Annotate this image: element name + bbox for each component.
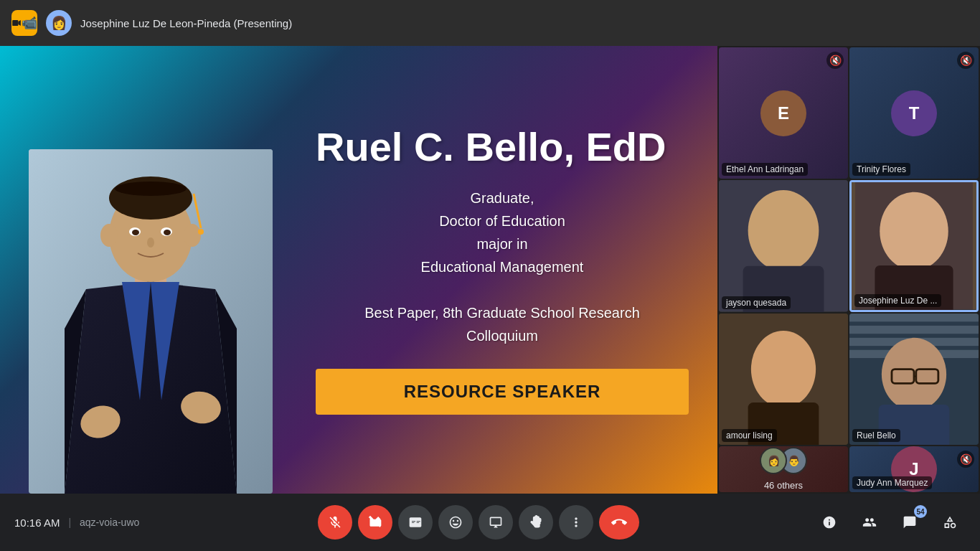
participant-tile[interactable]: 🔇 jayson quesada <box>719 180 848 311</box>
bottom-bar: 10:16 AM | aqz-voia-uwo <box>0 494 980 551</box>
others-avatars: 👩 👨 <box>760 447 807 474</box>
main-presentation-area: Ruel C. Bello, EdD Graduate, Doctor of E… <box>0 46 717 494</box>
svg-point-8 <box>132 230 139 235</box>
presenter-avatar: 👩 <box>46 10 72 36</box>
avatar: T <box>891 90 937 136</box>
slide-speaker-name: Ruel C. Bello, EdD <box>316 125 689 169</box>
slide-photo <box>0 46 287 494</box>
speaker-photo <box>29 149 273 494</box>
activities-button[interactable] <box>934 507 966 538</box>
svg-point-12 <box>184 224 201 247</box>
slide-content: Ruel C. Bello, EdD Graduate, Doctor of E… <box>287 46 717 494</box>
mute-mic-button[interactable] <box>318 505 352 540</box>
mute-icon: 🔇 <box>826 52 844 69</box>
slide-description: Graduate, Doctor of Education major in E… <box>316 187 689 347</box>
mute-icon: 🔇 <box>957 451 974 468</box>
svg-rect-31 <box>849 314 979 321</box>
participants-panel: 🔇 E Ethel Ann Ladringan 🔇 T Trinity Flor… <box>717 46 980 494</box>
participant-tile[interactable]: 🔇 T Trinity Flores <box>849 47 979 179</box>
end-call-button[interactable] <box>599 505 639 540</box>
svg-rect-26 <box>973 182 976 309</box>
participant-tile[interactable]: 🔇 Ruel Bello <box>849 314 979 445</box>
separator: | <box>68 517 71 528</box>
time-display: 10:16 AM <box>14 517 60 529</box>
more-options-button[interactable] <box>559 505 593 540</box>
top-bar: 📹 👩 Josephine Luz De Leon-Pineda (Presen… <box>0 0 980 46</box>
participant-video <box>852 182 976 309</box>
svg-point-18 <box>198 229 204 235</box>
others-tile[interactable]: 👩 👨 46 others <box>719 446 848 492</box>
participant-name: Judy Ann Marquez <box>852 476 932 489</box>
mini-avatar: 👩 <box>760 447 787 474</box>
participant-name: Trinity Flores <box>852 163 910 176</box>
mute-icon: 🔇 <box>957 52 974 69</box>
participant-tile[interactable]: 🔇 E Ethel Ann Ladringan <box>719 47 848 179</box>
chat-button[interactable]: 54 <box>894 507 925 538</box>
others-count: 46 others <box>764 480 803 491</box>
chat-badge: 54 <box>914 505 927 518</box>
participant-tile[interactable]: 🔇 J Judy Ann Marquez <box>849 446 979 492</box>
participant-name: amour lising <box>722 429 777 442</box>
people-button[interactable] <box>854 507 885 538</box>
participant-name: jayson quesada <box>722 296 791 309</box>
participant-video <box>849 314 979 445</box>
participant-name: Ruel Bello <box>852 429 900 442</box>
right-controls: 54 <box>814 507 966 538</box>
svg-point-9 <box>164 230 171 235</box>
svg-point-23 <box>880 192 948 270</box>
participant-name: Josephine Luz De ... <box>854 294 941 307</box>
svg-rect-25 <box>852 182 855 309</box>
slide-badge: RESOURCE SPEAKER <box>316 369 689 415</box>
svg-rect-32 <box>849 326 979 334</box>
emoji-button[interactable] <box>438 505 473 540</box>
controls-bar <box>143 505 814 540</box>
presenter-name: Josephine Luz De Leon-Pineda (Presenting… <box>80 17 292 29</box>
svg-rect-0 <box>12 20 18 26</box>
svg-point-20 <box>748 190 819 271</box>
raise-hand-button[interactable] <box>519 505 553 540</box>
captions-button[interactable] <box>398 505 433 540</box>
svg-point-10 <box>147 237 154 248</box>
meeting-code: aqz-voia-uwo <box>80 517 139 528</box>
svg-point-11 <box>100 224 118 247</box>
participant-tile[interactable]: 🔇 amour lising <box>719 314 848 445</box>
participant-video <box>719 314 848 445</box>
svg-point-16 <box>115 182 187 196</box>
avatar: E <box>760 90 806 136</box>
svg-point-28 <box>751 331 816 408</box>
participant-video <box>719 180 848 311</box>
app-icon: 📹 <box>11 10 37 36</box>
toggle-camera-button[interactable] <box>358 505 392 540</box>
meeting-info: 10:16 AM | aqz-voia-uwo <box>14 517 143 529</box>
presentation-slide: Ruel C. Bello, EdD Graduate, Doctor of E… <box>0 46 717 494</box>
meeting-info-button[interactable] <box>814 507 845 538</box>
present-button[interactable] <box>479 505 513 540</box>
participant-tile-active[interactable]: 🔊 Josephine Luz De ... <box>849 180 979 311</box>
participant-name: Ethel Ann Ladringan <box>722 163 808 176</box>
